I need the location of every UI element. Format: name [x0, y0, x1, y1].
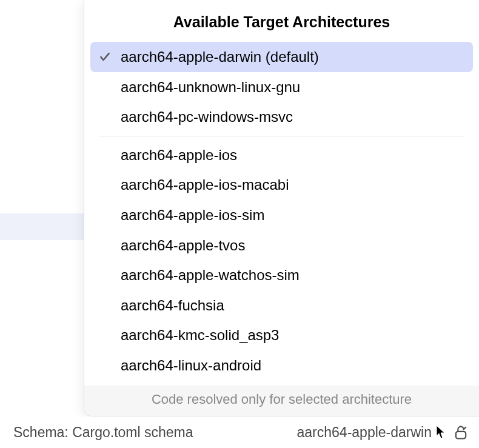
target-list-item[interactable]: aarch64-kmc-solid_asp3	[90, 320, 473, 350]
target-list-item-label: aarch64-apple-watchos-sim	[121, 265, 464, 286]
target-list-item-label: aarch64-apple-ios-macabi	[121, 175, 464, 195]
editor-selection-strip	[0, 213, 84, 240]
popup-title: Available Target Architectures	[84, 0, 479, 42]
target-list-item[interactable]: aarch64-apple-darwin (default)	[90, 42, 473, 72]
cursor-icon	[435, 425, 446, 440]
target-list-item[interactable]: aarch64-apple-ios-macabi	[90, 170, 473, 200]
target-list-item-label: aarch64-linux-android	[121, 355, 464, 376]
target-list-item[interactable]: aarch64-apple-watchos-sim	[90, 260, 473, 290]
check-icon	[99, 51, 121, 63]
target-list-item[interactable]: aarch64-fuchsia	[90, 290, 473, 321]
target-list-item-label: aarch64-unknown-linux-gnu	[121, 77, 464, 98]
target-list-item-label: aarch64-apple-tvos	[121, 235, 464, 256]
target-list-item-label: aarch64-apple-ios	[121, 145, 464, 165]
target-list-item-label: aarch64-apple-darwin (default)	[121, 47, 464, 67]
target-list-item[interactable]: aarch64-apple-ios	[90, 140, 473, 170]
popup-footer-hint: Code resolved only for selected architec…	[84, 386, 479, 416]
list-divider	[99, 136, 464, 136]
target-list-item[interactable]: aarch64-linux-android	[90, 350, 473, 381]
schema-indicator[interactable]: Schema: Cargo.toml schema	[13, 424, 193, 441]
target-list-item[interactable]: aarch64-apple-tvos	[90, 230, 473, 261]
target-list-item-label: aarch64-apple-ios-sim	[121, 205, 464, 226]
status-bar: Schema: Cargo.toml schema aarch64-apple-…	[0, 416, 479, 448]
target-list-item-label: aarch64-fuchsia	[121, 295, 464, 316]
target-indicator[interactable]: aarch64-apple-darwin	[297, 424, 432, 441]
target-list: aarch64-apple-darwin (default)aarch64-un…	[84, 42, 479, 386]
target-list-item[interactable]: aarch64-apple-ios-sim	[90, 200, 473, 230]
target-list-item-label: aarch64-pc-windows-msvc	[121, 107, 464, 127]
target-list-item[interactable]: aarch64-pc-windows-msvc	[90, 102, 473, 132]
target-list-item-label: aarch64-kmc-solid_asp3	[121, 325, 464, 346]
unlock-icon[interactable]	[452, 424, 469, 441]
target-list-item[interactable]: aarch64-unknown-linux-gnu	[90, 72, 473, 102]
target-architecture-popup: Available Target Architectures aarch64-a…	[84, 0, 479, 416]
svg-rect-0	[456, 432, 466, 439]
